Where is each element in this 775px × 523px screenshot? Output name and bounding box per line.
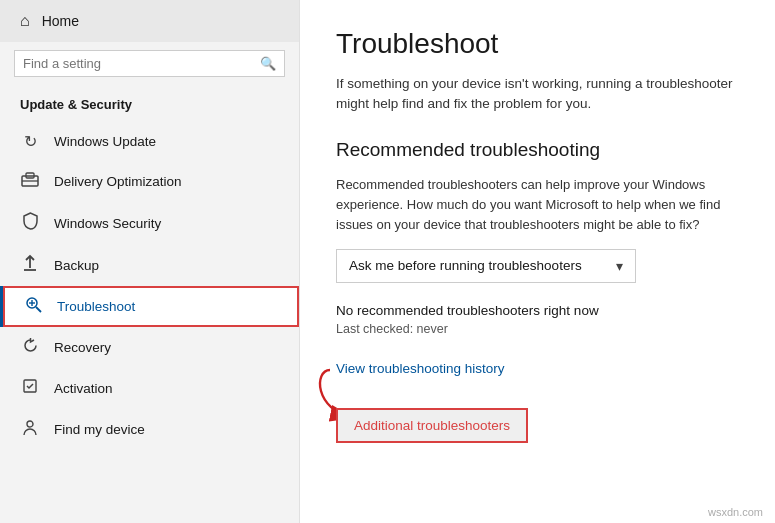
activation-icon bbox=[20, 378, 40, 398]
additional-troubleshooters-button[interactable]: Additional troubleshooters bbox=[336, 408, 528, 443]
windows-update-icon: ↻ bbox=[20, 132, 40, 151]
sidebar-item-activation[interactable]: Activation bbox=[0, 368, 299, 408]
sidebar-item-recovery[interactable]: Recovery bbox=[0, 327, 299, 368]
page-subtitle: If something on your device isn't workin… bbox=[336, 74, 739, 115]
windows-security-icon bbox=[20, 212, 40, 234]
svg-line-6 bbox=[36, 307, 41, 312]
sidebar-section-title: Update & Security bbox=[0, 91, 299, 122]
main-content: Troubleshoot If something on your device… bbox=[300, 0, 775, 523]
page-title: Troubleshoot bbox=[336, 28, 739, 60]
search-box[interactable]: 🔍 bbox=[14, 50, 285, 77]
watermark: wsxdn.com bbox=[704, 505, 767, 519]
chevron-down-icon: ▾ bbox=[616, 258, 623, 274]
troubleshooter-dropdown[interactable]: Ask me before running troubleshooters ▾ bbox=[336, 249, 636, 283]
sidebar-item-find-my-device-label: Find my device bbox=[54, 422, 145, 437]
search-input[interactable] bbox=[23, 56, 260, 71]
home-label: Home bbox=[42, 13, 79, 29]
arrow-container: Additional troubleshooters bbox=[336, 408, 739, 443]
sidebar-item-troubleshoot-label: Troubleshoot bbox=[57, 299, 135, 314]
troubleshoot-icon bbox=[23, 296, 43, 317]
sidebar-item-recovery-label: Recovery bbox=[54, 340, 111, 355]
sidebar-item-windows-update[interactable]: ↻ Windows Update bbox=[0, 122, 299, 161]
dropdown-value: Ask me before running troubleshooters bbox=[349, 258, 582, 273]
find-my-device-icon bbox=[20, 418, 40, 440]
recovery-icon bbox=[20, 337, 40, 358]
view-history-link[interactable]: View troubleshooting history bbox=[336, 361, 505, 376]
sidebar-item-backup[interactable]: Backup bbox=[0, 244, 299, 286]
delivery-optimization-icon bbox=[20, 171, 40, 192]
home-icon: ⌂ bbox=[20, 12, 30, 30]
sidebar-item-home[interactable]: ⌂ Home bbox=[0, 0, 299, 42]
recommended-heading: Recommended troubleshooting bbox=[336, 139, 739, 161]
sidebar-item-label: Windows Security bbox=[54, 216, 161, 231]
sidebar-item-label: Delivery Optimization bbox=[54, 174, 182, 189]
sidebar: ⌂ Home 🔍 Update & Security ↻ Windows Upd… bbox=[0, 0, 300, 523]
svg-point-10 bbox=[27, 421, 33, 427]
last-checked-text: Last checked: never bbox=[336, 322, 739, 336]
sidebar-item-troubleshoot[interactable]: Troubleshoot bbox=[0, 286, 299, 327]
search-icon: 🔍 bbox=[260, 56, 276, 71]
sidebar-item-windows-security[interactable]: Windows Security bbox=[0, 202, 299, 244]
recommended-desc: Recommended troubleshooters can help imp… bbox=[336, 175, 739, 235]
sidebar-item-label: Windows Update bbox=[54, 134, 156, 149]
sidebar-item-activation-label: Activation bbox=[54, 381, 113, 396]
sidebar-item-label: Backup bbox=[54, 258, 99, 273]
no-troubleshooter-text: No recommended troubleshooters right now bbox=[336, 303, 739, 318]
active-highlight bbox=[3, 286, 299, 327]
sidebar-item-find-my-device[interactable]: Find my device bbox=[0, 408, 299, 450]
backup-icon bbox=[20, 254, 40, 276]
sidebar-item-delivery-optimization[interactable]: Delivery Optimization bbox=[0, 161, 299, 202]
